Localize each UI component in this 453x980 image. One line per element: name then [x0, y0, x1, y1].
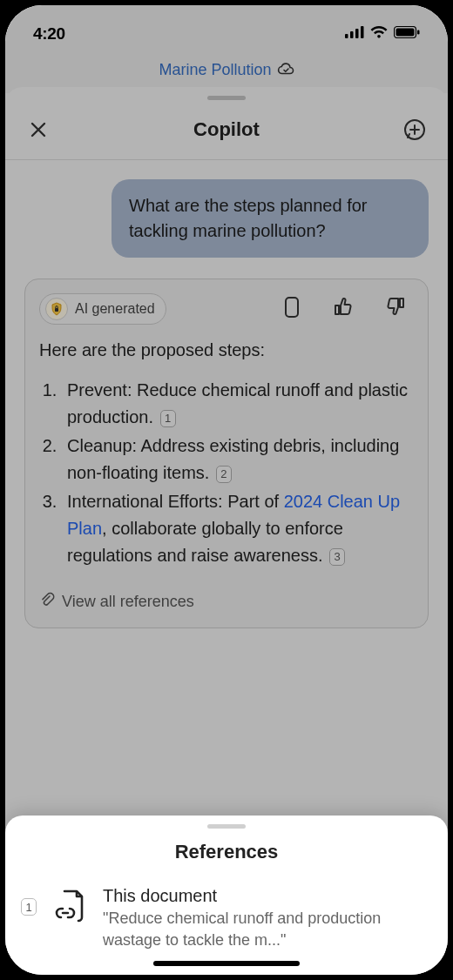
svg-rect-8 [55, 308, 58, 312]
battery-icon [394, 26, 420, 42]
assistant-response-card: AI generated Here are the [24, 279, 429, 628]
attachment-icon [39, 592, 55, 612]
reference-snippet: "Reduce chemical runoff and production w… [103, 908, 427, 950]
thumbs-down-button[interactable] [384, 295, 407, 323]
view-all-references-label: View all references [62, 593, 194, 611]
citation-badge[interactable]: 2 [216, 466, 232, 483]
status-bar: 4:20 [5, 5, 448, 52]
response-steps: Prevent: Reduce chemical runoff and plas… [39, 377, 414, 571]
cloud-sync-icon [277, 62, 294, 79]
drag-handle[interactable] [207, 824, 246, 829]
copy-button[interactable] [281, 295, 302, 323]
thumbs-up-button[interactable] [332, 295, 355, 323]
svg-rect-5 [396, 29, 415, 37]
svg-rect-0 [345, 34, 348, 38]
references-sheet: References 1 This document "Reduce chemi… [5, 816, 448, 975]
user-message: What are the steps planned for tackling … [112, 179, 429, 258]
view-all-references-button[interactable]: View all references [39, 592, 414, 612]
svg-rect-9 [286, 298, 298, 317]
step-text: Cleanup: Address existing debris, includ… [67, 436, 399, 482]
reference-item[interactable]: 1 This document "Reduce chemical runoff … [5, 886, 448, 950]
close-button[interactable] [24, 116, 52, 144]
wifi-icon [369, 25, 389, 43]
response-intro: Here are the proposed steps: [39, 337, 414, 363]
home-indicator[interactable] [153, 961, 300, 966]
svg-rect-1 [350, 31, 354, 38]
list-item: Prevent: Reduce chemical runoff and plas… [62, 377, 414, 433]
svg-rect-3 [361, 26, 364, 38]
svg-rect-2 [355, 29, 359, 38]
copilot-title: Copilot [193, 118, 260, 141]
status-icons [345, 25, 420, 43]
new-chat-button[interactable] [401, 116, 429, 144]
citation-badge[interactable]: 3 [329, 548, 345, 566]
document-link-icon [52, 888, 87, 930]
reference-title: This document [103, 886, 427, 906]
shield-lock-icon [45, 298, 68, 320]
ai-generated-badge[interactable]: AI generated [39, 293, 166, 325]
reference-number-badge: 1 [21, 898, 37, 916]
cellular-signal-icon [345, 26, 364, 42]
citation-badge[interactable]: 1 [160, 410, 176, 427]
step-text: Prevent: Reduce chemical runoff and plas… [67, 380, 408, 426]
status-time: 4:20 [33, 24, 65, 44]
list-item: Cleanup: Address existing debris, includ… [62, 433, 414, 488]
copilot-header: Copilot [5, 100, 448, 160]
step-text: , collaborate globally to enforce regula… [67, 519, 343, 565]
svg-rect-6 [417, 30, 420, 35]
ai-badge-label: AI generated [75, 301, 155, 317]
references-title: References [5, 841, 448, 863]
step-text: International Efforts: Part of [67, 492, 284, 511]
document-title: Marine Pollution [159, 61, 271, 79]
list-item: International Efforts: Part of 2024 Clea… [62, 488, 414, 571]
